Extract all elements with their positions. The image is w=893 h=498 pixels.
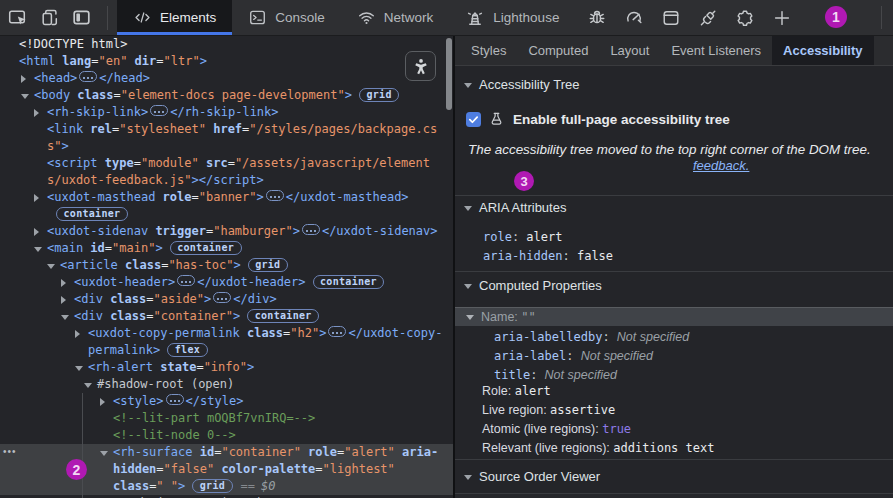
expander-closed-icon[interactable] <box>100 398 105 406</box>
expander-open-icon[interactable] <box>75 366 83 371</box>
aria-attribute-row[interactable]: aria-hidden: false <box>455 247 893 266</box>
layout-badge-container[interactable]: container <box>170 241 242 255</box>
gear-button[interactable] <box>726 0 763 35</box>
tree-row[interactable]: <article class="has-toc">grid <box>0 257 453 274</box>
sidebar-tab-computed[interactable]: Computed <box>517 36 599 65</box>
section-header-accessibility-tree[interactable]: Accessibility Tree <box>455 76 893 94</box>
expander-open-icon[interactable] <box>34 247 42 252</box>
tree-row[interactable]: class=" ">grid==$0 <box>0 478 453 495</box>
computed-name-row[interactable]: Name: "" <box>455 307 893 326</box>
bug-button[interactable] <box>578 0 615 35</box>
inline-expand-icon[interactable] <box>213 292 231 303</box>
tree-row[interactable]: #shadow-root (open) <box>0 376 453 393</box>
expander-closed-icon[interactable] <box>61 279 66 287</box>
expander-closed-icon[interactable] <box>34 109 39 117</box>
tree-row[interactable]: <!--lit-part mOQBf7vnIRQ=--> <box>0 410 453 427</box>
tree-row[interactable]: <rh-skip-link></rh-skip-link> <box>0 104 453 121</box>
tree-row[interactable]: <!--lit-node 0--> <box>0 427 453 444</box>
tree-row[interactable]: <uxdot-sidenav trigger="hamburger"></uxd… <box>0 223 453 240</box>
tree-row[interactable]: <uxdot-header></uxdot-header>container <box>0 274 453 291</box>
tree-row[interactable]: <body class="element-docs page-developme… <box>0 87 453 104</box>
tree-row[interactable]: <uxdot-masthead role="banner"></uxdot-ma… <box>0 189 453 206</box>
inspect-button[interactable] <box>1 0 33 35</box>
tab-lighthouse[interactable]: Lighthouse <box>449 0 575 35</box>
elements-scrollbar-thumb[interactable] <box>446 38 452 110</box>
name-source-row[interactable]: title: Not specified <box>455 364 893 383</box>
expander-closed-icon[interactable] <box>61 296 66 304</box>
aria-attribute-row[interactable]: role: alert <box>455 228 893 247</box>
layout-badge-grid[interactable]: grid <box>248 258 288 272</box>
performance-gauge-button[interactable] <box>615 0 652 35</box>
application-window-button[interactable] <box>652 0 689 35</box>
tree-row[interactable]: <rh-alert state="info"> <box>0 359 453 376</box>
inline-expand-icon[interactable] <box>177 275 195 286</box>
expander-open-icon[interactable] <box>84 383 92 388</box>
layout-badge-container[interactable]: container <box>247 309 319 323</box>
sidebar-tab-accessibility[interactable]: Accessibility <box>772 36 874 65</box>
expander-closed-icon[interactable] <box>21 75 26 83</box>
name-source-row[interactable]: aria-label: Not specified <box>455 345 893 364</box>
tree-row[interactable]: <style></style> <box>0 393 453 410</box>
code-token: "en" <box>98 54 127 68</box>
tree-row[interactable]: <!DOCTYPE html> <box>0 36 453 53</box>
tree-row[interactable]: <main id="main">container <box>0 240 453 257</box>
layout-badge-grid[interactable]: grid <box>359 88 399 102</box>
element-options-dots[interactable]: ••• <box>3 444 17 461</box>
tree-row[interactable]: <rh-surface id="container" role="alert" … <box>0 444 453 461</box>
tree-row[interactable]: <link rel="stylesheet" href="/styles/pag… <box>0 121 453 138</box>
tree-row[interactable]: <div class="container">container <box>0 308 453 325</box>
tree-row[interactable]: s"> <box>0 138 453 155</box>
enable-a11y-tree-checkbox[interactable] <box>466 112 481 127</box>
expander-closed-icon[interactable] <box>34 228 39 236</box>
source-attribute-name: title <box>494 368 530 382</box>
expander-closed-icon[interactable] <box>75 330 80 338</box>
inline-expand-icon[interactable] <box>302 224 320 235</box>
layout-badge-flex[interactable]: flex <box>167 343 207 357</box>
computed-property-row[interactable]: Live region: assertive <box>455 401 893 420</box>
section-header-source-order-viewer[interactable]: Source Order Viewer <box>455 468 893 486</box>
inline-expand-icon[interactable] <box>166 394 184 405</box>
device-toolbar-button[interactable] <box>33 0 65 35</box>
plus-button[interactable] <box>763 0 800 35</box>
computed-property-row[interactable]: Relevant (live regions): additions text <box>455 439 893 458</box>
sidebar-tab-layout[interactable]: Layout <box>599 36 660 65</box>
inline-expand-icon[interactable] <box>150 105 168 116</box>
tree-row[interactable]: <head></head> <box>0 70 453 87</box>
inline-expand-icon[interactable] <box>328 326 346 337</box>
code-token: "banner" <box>199 190 257 204</box>
inline-expand-icon[interactable] <box>266 190 284 201</box>
tab-elements[interactable]: Elements <box>117 0 232 35</box>
layout-badge-container[interactable]: container <box>56 207 128 221</box>
code-token: = <box>228 156 235 170</box>
tree-row[interactable]: <html lang="en" dir="ltr"> <box>0 53 453 70</box>
expander-open-icon[interactable] <box>21 94 29 99</box>
tree-row[interactable]: permalink>flex <box>0 342 453 359</box>
property-label: Role: <box>482 384 515 398</box>
inline-expand-icon[interactable] <box>79 71 97 82</box>
layout-badge-container[interactable]: container <box>313 275 385 289</box>
expander-open-icon[interactable] <box>100 451 108 456</box>
tree-row[interactable]: container <box>0 206 453 223</box>
section-header-aria-attributes[interactable]: ARIA Attributes <box>455 199 893 217</box>
tab-console[interactable]: Console <box>232 0 341 35</box>
sidebar-tab-event-listeners[interactable]: Event Listeners <box>660 36 772 65</box>
property-label: Live region: <box>482 403 550 417</box>
plug-button[interactable] <box>689 0 726 35</box>
computed-property-row[interactable]: Role: alert <box>455 382 893 401</box>
sidebar-tab-styles[interactable]: Styles <box>460 36 517 65</box>
tree-row[interactable]: <uxdot-copy-permalink class="h2"></uxdot… <box>0 325 453 342</box>
accessibility-tree-toggle-button[interactable] <box>405 51 436 81</box>
tree-row[interactable]: <script type="module" src="/assets/javas… <box>0 155 453 172</box>
layout-badge-grid[interactable]: grid <box>192 479 232 493</box>
tab-network[interactable]: Network <box>341 0 450 35</box>
computed-property-row[interactable]: Atomic (live regions): true <box>455 420 893 439</box>
expander-closed-icon[interactable] <box>34 194 39 202</box>
tree-row[interactable]: <div class="aside"></div> <box>0 291 453 308</box>
name-source-row[interactable]: aria-labelledby: Not specified <box>455 326 893 345</box>
pane-bottom-strip <box>455 493 893 498</box>
section-header-computed-properties[interactable]: Computed Properties <box>455 277 893 295</box>
expander-open-icon[interactable] <box>61 315 69 320</box>
dock-side-button[interactable] <box>65 0 97 35</box>
tree-row[interactable]: s/uxdot-feedback.js"></script> <box>0 172 453 189</box>
expander-open-icon[interactable] <box>47 264 55 269</box>
